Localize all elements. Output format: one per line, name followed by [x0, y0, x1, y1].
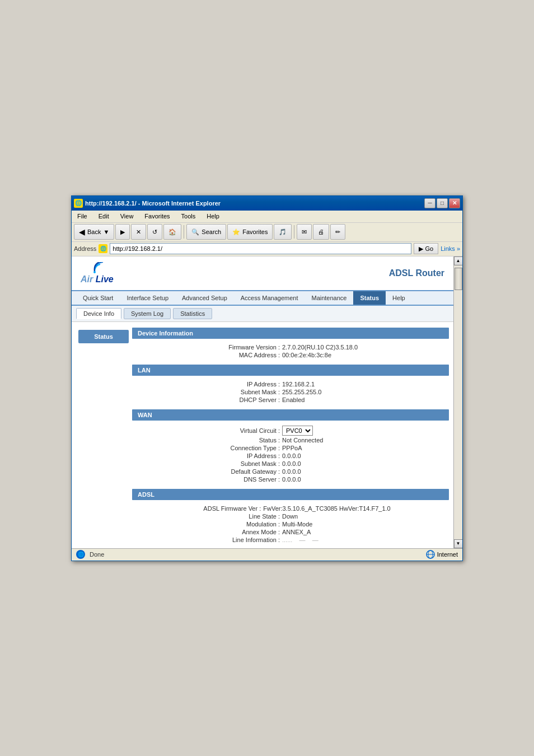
refresh-button[interactable]: ↺: [147, 224, 162, 240]
adsl-fw-row: ADSL Firmware Ver : FwVer:3.5.10.6_A_TC3…: [141, 505, 440, 512]
lan-ip-value: 192.168.2.1: [282, 381, 372, 388]
adsl-annex-row: Annex Mode : ANNEX_A: [141, 528, 440, 536]
scroll-up-button[interactable]: ▲: [454, 256, 463, 265]
tab-quick-start[interactable]: Quick Start: [76, 291, 120, 305]
mail-button[interactable]: ✉: [297, 224, 312, 240]
adsl-lineinfo-label: Line Information :: [209, 536, 282, 543]
virtual-circuit-select[interactable]: PVC0: [282, 426, 313, 436]
tab-interface-setup[interactable]: Interface Setup: [120, 291, 175, 305]
wan-dns-label: DNS Server :: [209, 476, 282, 483]
lan-subnet-value: 255.255.255.0: [282, 389, 372, 395]
desktop: 🌐 http://192.168.2.1/ - Microsoft Intern…: [0, 0, 534, 756]
scroll-thumb[interactable]: [455, 268, 462, 290]
wan-vc-label: Virtual Circuit :: [209, 427, 282, 434]
adsl-lineinfo-row: Line Information : ...... — —: [141, 536, 440, 544]
internet-label: Internet: [437, 551, 458, 558]
tab-maintenance[interactable]: Maintenance: [305, 291, 353, 305]
close-button[interactable]: ✕: [449, 198, 460, 208]
lan-dhcp-label: DHCP Server :: [209, 396, 282, 403]
ie-window: 🌐 http://192.168.2.1/ - Microsoft Intern…: [71, 195, 463, 561]
wan-vc-value: PVC0: [282, 426, 372, 436]
adsl-annex-value: ANNEX_A: [282, 529, 372, 535]
menu-favorites[interactable]: Favorites: [141, 212, 173, 221]
edit-icon: ✏: [335, 228, 340, 236]
lan-ip-row: IP Address : 192.168.2.1: [141, 380, 440, 388]
back-label: Back: [87, 228, 101, 235]
forward-button[interactable]: ▶: [115, 224, 130, 240]
subtab-device-info[interactable]: Device Info: [76, 308, 121, 319]
router-header: Air Live ADSL Router: [72, 256, 453, 291]
wan-subnet-row: Subnet Mask : 0.0.0.0: [141, 460, 440, 468]
right-content: Device Information Firmware Version : 2.…: [128, 322, 453, 548]
subtab-statistics[interactable]: Statistics: [173, 308, 212, 319]
mac-value: 00:0e:2e:4b:3c:8e: [282, 352, 372, 358]
status-text: Done: [90, 551, 104, 558]
edit-button[interactable]: ✏: [330, 224, 345, 240]
home-button[interactable]: 🏠: [163, 224, 181, 240]
sidebar: Status: [72, 322, 128, 548]
adsl-modulation-row: Modulation : Multi-Mode: [141, 520, 440, 528]
page-content: Air Live ADSL Router Quick Start Interfa…: [72, 256, 462, 548]
tab-access-management[interactable]: Access Management: [234, 291, 305, 305]
minimize-button[interactable]: ─: [424, 198, 435, 208]
wan-section: Virtual Circuit : PVC0 Status :: [132, 423, 449, 486]
logo-live: Live: [93, 274, 113, 284]
address-bar: Address 🌐 ▶ Go Links »: [72, 242, 462, 256]
go-button[interactable]: ▶ Go: [414, 243, 438, 254]
adsl-router-title: ADSL Router: [389, 268, 444, 278]
back-button[interactable]: ◀ Back ▼: [74, 224, 114, 240]
airlive-logo: Air Live: [81, 262, 114, 284]
scroll-track[interactable]: [454, 265, 462, 539]
back-dropdown-icon: ▼: [103, 228, 109, 235]
scrollbar-right[interactable]: ▲ ▼: [453, 256, 462, 548]
print-button[interactable]: 🖨: [313, 224, 329, 240]
favorites-button[interactable]: ⭐ Favorites: [227, 224, 273, 240]
menu-view[interactable]: View: [117, 212, 137, 221]
toolbar: ◀ Back ▼ ▶ ✕ ↺ 🏠 🔍 Search ⭐: [72, 223, 462, 242]
svg-point-0: [93, 271, 96, 273]
favorites-icon: ⭐: [232, 228, 240, 236]
adsl-lineinfo-value: ...... — —: [282, 536, 372, 543]
menu-edit[interactable]: Edit: [95, 212, 113, 221]
wan-gateway-label: Default Gateway :: [209, 468, 282, 475]
menu-tools[interactable]: Tools: [178, 212, 199, 221]
maximize-button[interactable]: □: [437, 198, 448, 208]
scroll-down-button[interactable]: ▼: [454, 539, 463, 548]
lan-dhcp-row: DHCP Server : Enabled: [141, 396, 440, 404]
sidebar-status-label: Status: [78, 330, 129, 343]
links-label[interactable]: Links »: [441, 245, 460, 252]
lan-section: IP Address : 192.168.2.1 Subnet Mask : 2…: [132, 378, 449, 406]
firmware-label: Firmware Version :: [209, 344, 282, 351]
lan-header: LAN: [132, 365, 449, 376]
window-title: http://192.168.2.1/ - Microsoft Internet…: [85, 200, 424, 207]
status-internet: Internet: [426, 550, 458, 559]
title-bar: 🌐 http://192.168.2.1/ - Microsoft Intern…: [72, 196, 462, 211]
tab-advanced-setup[interactable]: Advanced Setup: [175, 291, 234, 305]
wan-ip-row: IP Address : 0.0.0.0: [141, 452, 440, 460]
device-info-header: Device Information: [132, 328, 449, 339]
subtab-system-log[interactable]: System Log: [124, 308, 171, 319]
media-icon: 🎵: [279, 228, 287, 236]
wan-gateway-row: Default Gateway : 0.0.0.0: [141, 468, 440, 475]
stop-button[interactable]: ✕: [131, 224, 146, 240]
wan-ip-label: IP Address :: [209, 452, 282, 459]
menu-file[interactable]: File: [74, 212, 91, 221]
search-label: Search: [202, 228, 221, 235]
lan-ip-label: IP Address :: [209, 381, 282, 388]
menu-help[interactable]: Help: [203, 212, 223, 221]
firmware-row: Firmware Version : 2.7.0.20(RU.10 C2)3.5…: [141, 343, 440, 351]
lan-dhcp-value: Enabled: [282, 396, 372, 403]
back-icon: ◀: [79, 227, 85, 236]
wan-subnet-label: Subnet Mask :: [209, 460, 282, 467]
address-input[interactable]: [110, 243, 411, 254]
adsl-annex-label: Annex Mode :: [209, 529, 282, 535]
search-button[interactable]: 🔍 Search: [186, 224, 226, 240]
adsl-fw-label: ADSL Firmware Ver :: [190, 505, 263, 512]
window-controls: ─ □ ✕: [424, 198, 460, 208]
tab-status[interactable]: Status: [353, 291, 386, 305]
media-button[interactable]: 🎵: [274, 224, 292, 240]
internet-globe-icon: [426, 550, 435, 559]
tab-help[interactable]: Help: [386, 291, 412, 305]
search-icon: 🔍: [191, 228, 199, 236]
go-label: Go: [425, 245, 433, 252]
